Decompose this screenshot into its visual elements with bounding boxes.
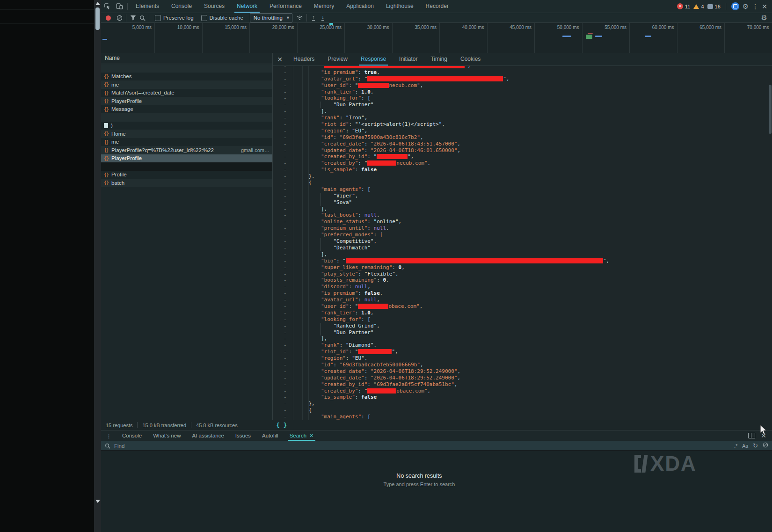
scroll-up-icon[interactable]: [95, 2, 100, 5]
fold-marker-icon[interactable]: -: [284, 167, 287, 173]
network-conditions-icon[interactable]: [295, 13, 305, 22]
fold-marker-icon[interactable]: -: [284, 335, 287, 342]
drawer-tab-console[interactable]: Console: [117, 430, 147, 441]
checkbox-icon[interactable]: [201, 15, 207, 21]
table-row-batch[interactable]: {}batch: [101, 179, 272, 187]
name-column-header[interactable]: Name: [101, 53, 272, 64]
issues-badge[interactable]: 16: [707, 4, 721, 9]
inspect-element-icon[interactable]: [101, 0, 113, 13]
fold-marker-icon[interactable]: -: [284, 212, 287, 219]
network-overview-timeline[interactable]: 5,000 ms10,000 ms15,000 ms20,000 ms25,00…: [101, 23, 772, 53]
fold-marker-icon[interactable]: -: [284, 284, 287, 290]
fold-marker-icon[interactable]: -: [284, 134, 287, 141]
fold-marker-icon[interactable]: -: [284, 147, 287, 154]
fold-marker-icon[interactable]: -: [284, 407, 287, 414]
settings-gear-icon[interactable]: ⚙: [743, 3, 749, 10]
fold-marker-icon[interactable]: -: [284, 349, 287, 355]
close-tab-icon[interactable]: ✕: [309, 433, 313, 438]
detail-tab-preview[interactable]: Preview: [321, 53, 354, 66]
fold-marker-icon[interactable]: -: [284, 193, 287, 199]
fold-marker-icon[interactable]: -: [284, 368, 287, 375]
fold-marker-icon[interactable]: -: [284, 290, 287, 297]
record-network-log-button[interactable]: [106, 15, 111, 21]
fold-marker-icon[interactable]: -: [284, 342, 287, 349]
fold-marker-icon[interactable]: -: [284, 102, 287, 108]
split-panel-icon[interactable]: [748, 433, 755, 438]
drawer-tab-ai-assistance[interactable]: AI assistance: [186, 430, 229, 441]
fold-marker-icon[interactable]: -: [284, 245, 287, 251]
fold-marker-icon[interactable]: -: [284, 238, 287, 245]
fold-marker-icon[interactable]: -: [284, 251, 287, 258]
clear-network-log-icon[interactable]: [115, 13, 124, 22]
fold-marker-icon[interactable]: -: [284, 115, 287, 121]
tab-lighthouse[interactable]: Lighthouse: [380, 0, 420, 13]
table-row-profile[interactable]: {}Profile: [101, 171, 272, 179]
fold-marker-icon[interactable]: -: [284, 375, 287, 381]
match-case-toggle-icon[interactable]: Aa: [742, 443, 748, 449]
table-row-playerprofile[interactable]: {}PlayerProfile: [101, 97, 272, 105]
fold-marker-icon[interactable]: -: [284, 232, 287, 238]
drawer-tab-autofill[interactable]: Autofill: [256, 430, 284, 441]
close-devtools-icon[interactable]: ✕: [762, 3, 767, 10]
import-har-icon[interactable]: ↑: [309, 13, 318, 22]
scrollbar-thumb[interactable]: [95, 7, 100, 30]
fold-marker-icon[interactable]: -: [284, 173, 287, 180]
fold-marker-icon[interactable]: -: [284, 323, 287, 329]
fold-marker-icon[interactable]: -: [284, 89, 287, 95]
fold-marker-icon[interactable]: -: [284, 277, 287, 284]
fold-marker-icon[interactable]: -: [284, 199, 287, 206]
fold-marker-icon[interactable]: -: [284, 362, 287, 368]
tab-memory[interactable]: Memory: [308, 0, 340, 13]
drawer-tab-search[interactable]: Search✕: [284, 430, 320, 441]
fold-marker-icon[interactable]: -: [284, 66, 287, 69]
fold-marker-icon[interactable]: -: [284, 225, 287, 232]
detail-tab-response[interactable]: Response: [354, 53, 393, 66]
find-input[interactable]: [113, 443, 729, 449]
warning-badge[interactable]: 4: [693, 4, 704, 9]
device-toolbar-icon[interactable]: [113, 0, 125, 13]
tab-performance[interactable]: Performance: [263, 0, 308, 13]
fold-marker-icon[interactable]: -: [284, 82, 287, 89]
checkbox-icon[interactable]: [155, 15, 161, 21]
fold-marker-icon[interactable]: -: [284, 310, 287, 316]
fold-marker-icon[interactable]: -: [284, 303, 287, 310]
table-row-matches[interactable]: {}Matches: [101, 73, 272, 81]
error-badge[interactable]: ✕11: [677, 3, 690, 9]
tab-sources[interactable]: Sources: [198, 0, 231, 13]
fold-marker-icon[interactable]: -: [284, 381, 287, 388]
fold-marker-icon[interactable]: -: [284, 69, 287, 76]
fold-marker-icon[interactable]: -: [284, 108, 287, 115]
fold-marker-icon[interactable]: -: [284, 329, 287, 336]
response-body[interactable]: - "",- "is_premium": true,- "avatar_url"…: [273, 66, 772, 420]
fold-marker-icon[interactable]: -: [284, 258, 287, 264]
tab-network[interactable]: Network: [231, 0, 263, 13]
fold-marker-icon[interactable]: -: [284, 394, 287, 401]
close-detail-icon[interactable]: ✕: [273, 56, 287, 63]
fold-marker-icon[interactable]: -: [284, 76, 287, 82]
throttling-select[interactable]: No throttling▼: [250, 13, 292, 22]
detail-tab-initiator[interactable]: Initiator: [393, 53, 424, 66]
filter-icon[interactable]: [128, 13, 138, 22]
table-row-me[interactable]: {}me: [101, 80, 272, 89]
fold-marker-icon[interactable]: -: [284, 153, 287, 160]
detail-tab-timing[interactable]: Timing: [424, 53, 454, 66]
preserve-log-checkbox[interactable]: Preserve log: [155, 15, 194, 21]
fold-marker-icon[interactable]: -: [284, 388, 287, 394]
detail-tab-cookies[interactable]: Cookies: [454, 53, 487, 66]
fold-marker-icon[interactable]: -: [284, 141, 287, 147]
fold-marker-icon[interactable]: -: [284, 355, 287, 362]
search-network-icon[interactable]: [138, 13, 147, 22]
drawer-tab-issues[interactable]: Issues: [230, 430, 256, 441]
scroll-down-icon[interactable]: [95, 500, 100, 503]
tab-console[interactable]: Console: [165, 0, 198, 13]
fold-marker-icon[interactable]: -: [284, 219, 287, 225]
format-json-icon[interactable]: { }: [276, 422, 287, 429]
fold-marker-icon[interactable]: -: [284, 95, 287, 102]
fold-marker-icon[interactable]: -: [284, 297, 287, 303]
clear-search-icon[interactable]: [763, 442, 768, 449]
fold-marker-icon[interactable]: -: [284, 121, 287, 128]
regex-toggle-icon[interactable]: .*: [734, 443, 737, 449]
disable-cache-checkbox[interactable]: Disable cache: [201, 15, 243, 21]
more-menu-icon[interactable]: ⋮: [752, 3, 758, 10]
drawer-more-icon[interactable]: ⋮: [101, 432, 117, 439]
